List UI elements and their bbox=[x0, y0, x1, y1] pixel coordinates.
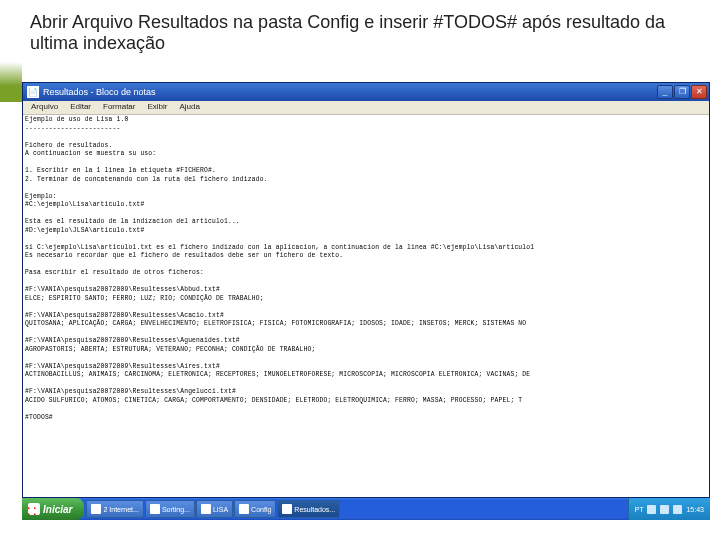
system-tray[interactable]: PT 15:43 bbox=[628, 498, 710, 520]
app-icon bbox=[201, 504, 211, 514]
menubar: Arquivo Editar Formatar Exibir Ajuda bbox=[23, 101, 709, 115]
taskbar-item-label: Config bbox=[251, 506, 271, 513]
windows-logo-icon bbox=[28, 503, 40, 515]
app-icon bbox=[91, 504, 101, 514]
minimize-button[interactable]: _ bbox=[657, 85, 673, 99]
tray-icon[interactable] bbox=[660, 505, 669, 514]
start-button[interactable]: Iniciar bbox=[22, 498, 84, 520]
menu-view[interactable]: Exibir bbox=[141, 101, 173, 114]
close-button[interactable]: ✕ bbox=[691, 85, 707, 99]
taskbar-item-sorting[interactable]: Sorting... bbox=[145, 500, 195, 518]
app-icon bbox=[239, 504, 249, 514]
titlebar[interactable]: 📄 Resultados - Bloco de notas _ ❐ ✕ bbox=[23, 83, 709, 101]
taskbar-item-lisa[interactable]: LISA bbox=[196, 500, 233, 518]
menu-format[interactable]: Formatar bbox=[97, 101, 141, 114]
slide-title: Abrir Arquivo Resultados na pasta Config… bbox=[0, 0, 720, 62]
maximize-button[interactable]: ❐ bbox=[674, 85, 690, 99]
notepad-icon: 📄 bbox=[27, 86, 39, 98]
taskbar-item-label: Resultados... bbox=[294, 506, 335, 513]
tray-icon[interactable] bbox=[647, 505, 656, 514]
desktop-area: 📄 Resultados - Bloco de notas _ ❐ ✕ Arqu… bbox=[22, 82, 710, 520]
tray-lang[interactable]: PT bbox=[635, 506, 644, 513]
decorative-accent bbox=[0, 62, 22, 102]
menu-help[interactable]: Ajuda bbox=[174, 101, 206, 114]
taskbar: Iniciar 2 Internet... Sorting... LISA Co… bbox=[22, 498, 710, 520]
app-icon bbox=[150, 504, 160, 514]
tray-clock[interactable]: 15:43 bbox=[686, 506, 704, 513]
taskbar-item-label: Sorting... bbox=[162, 506, 190, 513]
volume-icon[interactable] bbox=[673, 505, 682, 514]
text-editor[interactable]: Ejemplo de uso de Lisa 1.0 -------------… bbox=[23, 115, 709, 497]
app-icon bbox=[282, 504, 292, 514]
taskbar-item-label: 2 Internet... bbox=[103, 506, 138, 513]
menu-edit[interactable]: Editar bbox=[64, 101, 97, 114]
window-controls: _ ❐ ✕ bbox=[657, 85, 707, 99]
taskbar-item-internet[interactable]: 2 Internet... bbox=[86, 500, 143, 518]
menu-file[interactable]: Arquivo bbox=[25, 101, 64, 114]
taskbar-item-label: LISA bbox=[213, 506, 228, 513]
taskbar-item-resultados[interactable]: Resultados... bbox=[277, 500, 340, 518]
taskbar-items: 2 Internet... Sorting... LISA Config Res… bbox=[84, 498, 627, 520]
window-title: Resultados - Bloco de notas bbox=[43, 87, 657, 97]
notepad-window: 📄 Resultados - Bloco de notas _ ❐ ✕ Arqu… bbox=[22, 82, 710, 498]
start-label: Iniciar bbox=[43, 504, 72, 515]
taskbar-item-config[interactable]: Config bbox=[234, 500, 276, 518]
